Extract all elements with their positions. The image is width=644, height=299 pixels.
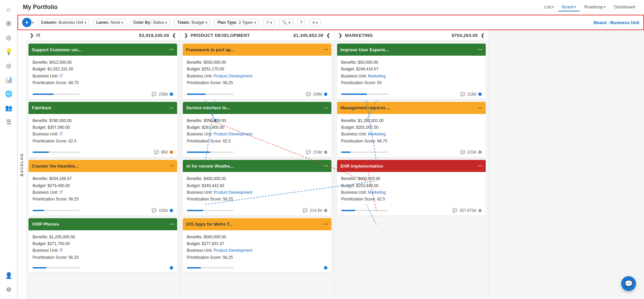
card-footer-pd-1: 💬 199d [183, 90, 331, 99]
toolbar: + ▾ Column: Business Unit ▾ Lanes: None … [17, 15, 644, 30]
sidebar-home-icon[interactable]: ⌂ [3, 3, 15, 15]
column-total-mkt: $704,263.00 [452, 33, 478, 38]
fab-button[interactable]: 💬 [621, 276, 636, 291]
card-title-it-2: Fabrikam [32, 105, 51, 110]
card-header-pd-1: Framework to port ap... ··· [183, 44, 331, 56]
cards-container-it: Support Customer usi... ··· Benefits: $4… [26, 41, 180, 299]
sidebar-globe-icon[interactable]: 🌐 [3, 88, 15, 100]
filter-button[interactable]: ▽ ▾ [263, 19, 275, 26]
column-header-it: ❯ IT $3,919,245.00 ❮ [26, 30, 180, 41]
card-title-it-3: Counter the Heartble... [32, 164, 78, 169]
card-mkt-1: Improve User Experie... ··· Benefits: $5… [337, 44, 486, 99]
card-title-it-1: Support Customer usi... [32, 47, 81, 52]
plantype-chevron: ▾ [254, 21, 256, 24]
help-icon: ? [300, 20, 303, 25]
totals-filter[interactable]: Totals: Budget ▾ [174, 19, 210, 26]
filter-icon: ▽ [266, 20, 269, 25]
card-it-1: Support Customer usi... ··· Benefits: $4… [29, 44, 177, 99]
card-footer-pd-3: 💬 214.5d [183, 206, 331, 216]
card-pd-3: Ai for remote Weathe... ··· Benefits: $4… [183, 160, 331, 216]
sidebar-settings-icon[interactable]: ⚙ [3, 284, 15, 296]
card-title-mkt-2: Management requires ... [340, 105, 390, 110]
search-button[interactable]: 🔍 ▾ [279, 19, 293, 26]
column-collapse-pd[interactable]: ❮ [326, 33, 330, 38]
card-body-it-4: Benefits: $1,200,000.00 Budget: $271,750… [29, 230, 177, 264]
nav-roadmap[interactable]: Roadmap ▾ [581, 3, 609, 11]
card-menu-mkt-2[interactable]: ··· [478, 105, 482, 111]
card-mkt-3: EHR Implementation ··· Benefits: $600,00… [337, 160, 486, 216]
card-header-pd-4: iOS Apps for Metro T... ··· [183, 218, 331, 230]
card-body-pd-3: Benefits: $400,000.00 Budget: $340,442.5… [183, 172, 331, 206]
comment-icon-it-1: 💬 [152, 92, 157, 97]
sidebar-circle-icon[interactable]: ◎ [3, 32, 15, 44]
status-dot-it-1 [170, 93, 173, 96]
card-title-mkt-3: EHR Implementation [340, 164, 383, 169]
card-menu-pd-1[interactable]: ··· [324, 47, 328, 53]
menu-chevron: ▾ [316, 21, 318, 24]
sidebar-chart-icon[interactable]: 📊 [3, 74, 15, 86]
column-actions-it: $3,919,245.00 ❮ [139, 33, 176, 38]
nav-board[interactable]: Board ▾ [558, 3, 580, 11]
search-chevron: ▾ [288, 21, 290, 24]
top-header: My Portfolio List ▾ Board ▾ Roadmap ▾ Da… [17, 0, 644, 15]
card-header-it-4: VOIP Phones ··· [29, 218, 177, 230]
more-options-button[interactable]: ≡ ▾ [309, 19, 321, 26]
sidebar-lightbulb-icon[interactable]: 💡 [3, 46, 15, 58]
column-collapse-mkt[interactable]: ❮ [481, 33, 485, 38]
sidebar-people-icon[interactable]: 👥 [3, 102, 15, 114]
lanes-filter[interactable]: Lanes: None ▾ [93, 19, 126, 26]
column-title-it: IT [37, 33, 41, 38]
colorby-chevron: ▾ [165, 21, 167, 24]
card-header-pd-2: Service interface to... ··· [183, 102, 331, 114]
card-header-mkt-2: Management requires ... ··· [337, 102, 486, 114]
board-content: BACKLOG ❯ IT $3,919,245.00 ❮ [17, 30, 644, 299]
plantype-filter[interactable]: Plan Type: 2 Types ▾ [214, 19, 259, 26]
sidebar-target-icon[interactable]: ◎ [3, 60, 15, 72]
lanes-chevron: ▾ [121, 21, 123, 24]
card-header-mkt-3: EHR Implementation ··· [337, 160, 486, 172]
field-bu-it-1: Business Unit: IT [33, 73, 173, 79]
card-footer-it-3: 💬 100d [29, 206, 177, 216]
card-menu-it-4[interactable]: ··· [169, 221, 174, 227]
column-filter[interactable]: Column: Business Unit ▾ [38, 19, 89, 26]
card-footer-it-1: 💬 236d [29, 90, 177, 99]
card-title-pd-4: iOS Apps for Metro T... [186, 222, 233, 227]
card-menu-it-3[interactable]: ··· [169, 163, 174, 169]
nav-dashboard[interactable]: Dashboard [610, 3, 639, 11]
sidebar-grid-icon[interactable]: ⊞ [3, 17, 15, 29]
search-icon: 🔍 [282, 20, 287, 25]
page-title: My Portfolio [23, 4, 58, 11]
column-expand-mkt[interactable]: ❯ [338, 33, 342, 38]
card-menu-mkt-3[interactable]: ··· [478, 163, 482, 169]
card-footer-mkt-2: 💬 223d [337, 148, 486, 157]
column-expand-left-it[interactable]: ❯ [30, 33, 34, 38]
backlog-label: BACKLOG [17, 30, 26, 299]
add-button-dropdown[interactable]: ▾ [32, 21, 34, 24]
add-button[interactable]: + [22, 18, 32, 27]
card-menu-it-1[interactable]: ··· [169, 47, 174, 53]
menu-icon: ≡ [312, 20, 315, 25]
sidebar-user-icon[interactable]: 👤 [3, 270, 15, 282]
card-body-pd-2: Benefits: $550,000.00 Budget: $281,805.0… [183, 114, 331, 148]
card-footer-it-2: 💬 96d [29, 148, 177, 157]
sidebar-layers-icon[interactable]: ☰ [3, 116, 15, 128]
column-header-pd: ❯ PRODUCT DEVELOPMENT $1,345,852.00 ❮ [180, 30, 334, 41]
card-menu-mkt-1[interactable]: ··· [478, 47, 482, 53]
column-expand-pd[interactable]: ❯ [184, 33, 188, 38]
column-title-mkt: MARKETING [345, 33, 373, 38]
help-button[interactable]: ? [297, 19, 306, 26]
card-menu-pd-2[interactable]: ··· [324, 105, 328, 111]
nav-board-chevron: ▾ [575, 5, 576, 9]
card-menu-it-2[interactable]: ··· [169, 105, 174, 111]
card-menu-pd-3[interactable]: ··· [324, 163, 328, 169]
fab-icon: 💬 [625, 280, 633, 288]
card-pd-2: Service interface to... ··· Benefits: $5… [183, 102, 331, 158]
card-body-mkt-1: Benefits: $50,000.00 Budget: $249,416.67… [337, 56, 486, 90]
colorby-filter[interactable]: Color By: Status ▾ [130, 19, 170, 26]
card-menu-pd-4[interactable]: ··· [324, 221, 328, 227]
column-header-mkt: ❯ MARKETING $704,263.00 ❮ [334, 30, 488, 41]
column-collapse-it[interactable]: ❮ [172, 33, 176, 38]
card-body-mkt-2: Benefits: $1,200,001.00 Budget: $201,007… [337, 114, 486, 148]
nav-list[interactable]: List ▾ [541, 3, 557, 11]
column-mkt: ❯ MARKETING $704,263.00 ❮ Improve User E… [334, 30, 489, 299]
